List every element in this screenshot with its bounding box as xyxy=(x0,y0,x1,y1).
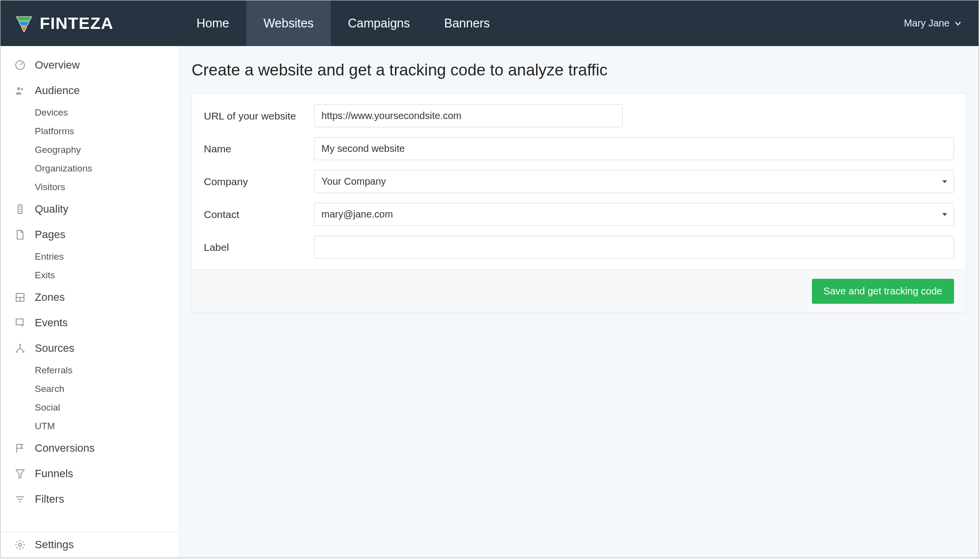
chevron-down-icon xyxy=(955,20,961,27)
sidebar-item-overview[interactable]: Overview xyxy=(0,52,179,78)
create-website-form: URL of your website Name Company Contact xyxy=(192,93,966,313)
save-tracking-button[interactable]: Save and get tracking code xyxy=(812,279,954,304)
sidebar-item-settings[interactable]: Settings xyxy=(0,532,179,558)
finteza-logo-icon xyxy=(14,14,34,33)
sidebar-sub-referrals[interactable]: Referrals xyxy=(0,361,179,380)
brand-logo[interactable]: FINTEZA xyxy=(0,14,179,33)
url-input[interactable] xyxy=(314,104,623,127)
tab-label: Campaigns xyxy=(348,16,410,30)
sidebar-sub-visitors[interactable]: Visitors xyxy=(0,178,179,196)
sidebar-sub-search[interactable]: Search xyxy=(0,380,179,398)
filter-lines-icon xyxy=(14,493,26,505)
sidebar-sub-exits[interactable]: Exits xyxy=(0,266,179,285)
sidebar-sub-platforms[interactable]: Platforms xyxy=(0,122,179,141)
svg-point-12 xyxy=(19,543,22,546)
brand-name: FINTEZA xyxy=(40,14,114,33)
sidebar-item-quality[interactable]: Quality xyxy=(0,196,179,222)
tab-campaigns[interactable]: Campaigns xyxy=(331,0,427,46)
sidebar-item-label: Pages xyxy=(35,228,65,241)
topbar: FINTEZA Home Websites Campaigns Banners … xyxy=(0,0,979,46)
tab-label: Home xyxy=(196,16,229,30)
tab-label: Banners xyxy=(444,16,490,30)
tab-websites[interactable]: Websites xyxy=(246,0,331,46)
contact-select[interactable] xyxy=(314,203,954,226)
sidebar-item-label: Audience xyxy=(35,84,80,97)
tab-banners[interactable]: Banners xyxy=(427,0,507,46)
sidebar-item-label: Filters xyxy=(35,493,64,506)
sidebar-item-label: Events xyxy=(35,316,68,329)
sidebar-sub-entries[interactable]: Entries xyxy=(0,247,179,266)
user-name: Mary Jane xyxy=(904,18,950,29)
company-label: Company xyxy=(204,176,314,188)
main-content: Create a website and get a tracking code… xyxy=(179,46,979,558)
sidebar-item-label: Zones xyxy=(35,291,65,304)
name-label: Name xyxy=(204,143,314,155)
tab-home[interactable]: Home xyxy=(179,0,246,46)
svg-point-10 xyxy=(16,351,18,353)
sidebar-item-audience[interactable]: Audience xyxy=(0,78,179,103)
sidebar: Overview Audience Devices Platforms Geog… xyxy=(0,46,179,558)
svg-point-5 xyxy=(20,209,21,210)
company-select[interactable] xyxy=(314,170,954,193)
svg-point-6 xyxy=(20,211,21,213)
people-icon xyxy=(14,85,26,97)
sidebar-item-label: Conversions xyxy=(35,442,95,455)
contact-label: Contact xyxy=(204,209,314,220)
sidebar-item-sources[interactable]: Sources xyxy=(0,336,179,361)
svg-rect-8 xyxy=(16,319,23,325)
funnel-icon xyxy=(14,468,26,480)
sidebar-item-events[interactable]: Events xyxy=(0,310,179,336)
page-title: Create a website and get a tracking code… xyxy=(192,61,966,79)
sidebar-item-filters[interactable]: Filters xyxy=(0,486,179,512)
name-input[interactable] xyxy=(314,137,954,160)
label-field-label: Label xyxy=(204,242,314,253)
sidebar-item-zones[interactable]: Zones xyxy=(0,285,179,310)
sidebar-sub-geography[interactable]: Geography xyxy=(0,141,179,159)
traffic-light-icon xyxy=(14,203,26,215)
sidebar-sub-utm[interactable]: UTM xyxy=(0,417,179,436)
flag-icon xyxy=(14,442,26,454)
branch-icon xyxy=(14,342,26,354)
tab-label: Websites xyxy=(264,16,314,30)
svg-point-9 xyxy=(19,344,21,346)
sidebar-item-pages[interactable]: Pages xyxy=(0,222,179,247)
sidebar-item-label: Funnels xyxy=(35,467,73,480)
svg-point-2 xyxy=(21,88,24,91)
svg-point-11 xyxy=(23,351,24,353)
sidebar-item-label: Settings xyxy=(35,538,74,551)
svg-point-1 xyxy=(17,87,20,90)
sidebar-item-label: Quality xyxy=(35,203,68,216)
sidebar-sub-organizations[interactable]: Organizations xyxy=(0,159,179,178)
sidebar-item-label: Sources xyxy=(35,342,74,355)
sidebar-sub-devices[interactable]: Devices xyxy=(0,103,179,122)
label-input[interactable] xyxy=(314,236,954,259)
layout-icon xyxy=(14,292,26,303)
cursor-icon xyxy=(14,317,26,329)
sidebar-sub-social[interactable]: Social xyxy=(0,398,179,417)
sidebar-item-label: Overview xyxy=(35,59,80,72)
svg-point-4 xyxy=(20,206,21,208)
gauge-icon xyxy=(14,59,26,71)
page-icon xyxy=(14,229,26,241)
url-label: URL of your website xyxy=(204,110,314,122)
user-menu[interactable]: Mary Jane xyxy=(904,18,979,29)
sidebar-item-funnels[interactable]: Funnels xyxy=(0,461,179,486)
top-nav: Home Websites Campaigns Banners xyxy=(179,0,507,46)
gear-icon xyxy=(14,539,26,551)
sidebar-item-conversions[interactable]: Conversions xyxy=(0,436,179,461)
